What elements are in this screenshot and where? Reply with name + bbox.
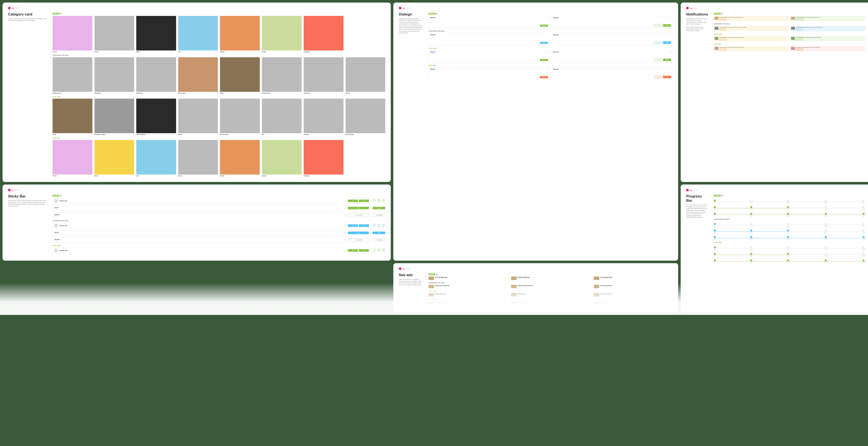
progress-step[interactable]: 1 — [714, 236, 716, 238]
category-card[interactable]: Properties — [304, 99, 343, 135]
nav-ad[interactable]: Kid Beach entertainmentArticle • Activit… — [511, 301, 590, 305]
progress-step[interactable]: 5 — [863, 223, 865, 225]
category-card[interactable]: Motors — [94, 140, 134, 176]
close-icon[interactable]: × — [671, 34, 671, 35]
progress-step[interactable]: 3 — [787, 230, 789, 232]
category-card[interactable]: Services — [178, 99, 218, 135]
category-card[interactable]: Animals — [262, 140, 302, 176]
heart-icon[interactable]: ♡ — [344, 200, 346, 202]
nav-ad[interactable]: The most popular horse…by Beth Ridge • D… — [594, 276, 673, 280]
chat-button[interactable]: Chat — [348, 200, 358, 202]
nav-ad[interactable]: Business nameArticle • Activity Holidays… — [511, 293, 590, 296]
nav-ad[interactable]: The most popular horse…by Beth Ridge • D… — [594, 301, 673, 305]
cancel-button[interactable]: Cancel — [654, 59, 662, 61]
category-card[interactable]: Horses — [53, 99, 92, 135]
progress-step[interactable]: 5 — [863, 206, 865, 208]
progress-step[interactable]: 5 — [863, 230, 865, 232]
category-card[interactable]: Animals — [262, 16, 302, 52]
category-card[interactable]: For sale — [53, 140, 92, 176]
progress-step[interactable]: 3 — [787, 200, 789, 202]
apply-button[interactable]: Apply — [373, 207, 385, 209]
category-card[interactable]: Motorhomes — [94, 57, 134, 94]
delete-button[interactable]: Delete — [663, 76, 671, 78]
category-card[interactable]: Static caravans — [178, 57, 218, 94]
choose-button[interactable]: Choose — [540, 76, 548, 78]
close-icon[interactable]: × — [547, 17, 548, 18]
call-icon[interactable]: ✆ — [382, 199, 384, 201]
close-icon[interactable]: × — [671, 51, 671, 53]
nav-ad[interactable]: Vintage campervans showcaseEvent • Activ… — [511, 285, 590, 288]
category-card[interactable]: Services — [178, 140, 218, 176]
delete-button[interactable]: Delete — [663, 24, 671, 27]
heart-icon[interactable]: ♡ — [344, 214, 346, 216]
delete-button[interactable]: Delete — [663, 59, 671, 61]
nav-ad[interactable]: The most popular horse…by Beth Ridge • D… — [594, 293, 673, 296]
close-icon[interactable]: × — [547, 68, 548, 70]
progress-step[interactable]: 1 — [714, 230, 716, 232]
promote-button[interactable]: Promote it now — [719, 18, 727, 20]
category-card[interactable]: Touring caravans — [53, 57, 92, 94]
progress-step[interactable]: 1 — [714, 223, 716, 225]
chat-button[interactable]: Chat — [348, 225, 358, 227]
category-card[interactable]: Jobs — [136, 140, 176, 176]
apply-button[interactable]: Apply — [348, 207, 369, 209]
progress-step[interactable]: 3 — [787, 246, 789, 248]
chat-icon[interactable]: ✉ — [378, 199, 380, 201]
progress-step[interactable]: 3 — [787, 253, 789, 255]
progress-step[interactable]: 1 — [714, 213, 716, 215]
progress-step[interactable]: 1 — [714, 206, 716, 208]
progress-step[interactable]: 2 — [750, 253, 752, 255]
progress-step[interactable]: 5 — [863, 236, 865, 238]
close-icon[interactable]: × — [671, 17, 671, 18]
call-button[interactable]: Call — [359, 200, 369, 202]
category-card[interactable]: Equestrian Jobs — [220, 99, 260, 135]
cancel-button[interactable]: Cancel — [654, 24, 662, 27]
category-card[interactable]: Tack & Equipment — [136, 99, 176, 135]
cancel-button[interactable]: Cancel — [654, 41, 662, 44]
category-card[interactable]: Campervans — [136, 57, 176, 94]
delete-button[interactable]: Delete — [663, 41, 671, 44]
interested-button[interactable]: ☆ I’m Interested — [348, 214, 369, 216]
progress-step[interactable]: 2 — [750, 259, 752, 262]
heart-icon[interactable]: ♡ — [344, 207, 346, 209]
category-card[interactable]: Property — [220, 140, 260, 176]
progress-step[interactable]: 5 — [863, 246, 865, 248]
promote-button[interactable]: Promote it now — [796, 18, 803, 20]
category-card[interactable]: Towing vehicles — [262, 57, 302, 94]
category-card[interactable]: Services — [346, 57, 385, 94]
progress-step[interactable]: 4 — [825, 236, 827, 238]
category-card[interactable]: Pets & Livestock — [346, 99, 385, 135]
progress-step[interactable]: 5 — [863, 213, 865, 215]
category-card[interactable]: Community — [304, 140, 343, 176]
category-card[interactable]: Lodge — [220, 57, 260, 94]
progress-step[interactable]: 4 — [825, 230, 827, 232]
interested-button[interactable]: ☆ I’m Interested — [373, 214, 385, 216]
progress-step[interactable]: 2 — [750, 223, 752, 225]
progress-step[interactable]: 5 — [863, 200, 865, 202]
progress-step[interactable]: 4 — [825, 200, 827, 202]
progress-step[interactable]: 1 — [714, 259, 716, 262]
nav-ad[interactable]: Set of toys different ages£ 840 • Lancas… — [429, 301, 507, 305]
progress-step[interactable]: 2 — [750, 246, 752, 248]
progress-step[interactable]: 4 — [825, 213, 827, 215]
cancel-button[interactable]: Cancel — [654, 76, 662, 78]
close-icon[interactable]: × — [671, 68, 671, 70]
progress-step[interactable]: 5 — [863, 253, 865, 255]
choose-button[interactable]: Choose — [540, 59, 548, 61]
progress-step[interactable]: 2 — [750, 200, 752, 202]
progress-step[interactable]: 3 — [787, 259, 789, 262]
choose-button[interactable]: Choose — [540, 42, 548, 44]
nav-ad[interactable]: Kid Beach entertainmentArticle • Activit… — [511, 276, 590, 280]
nav-ad[interactable]: Set of toys different ages£ 840 • Lancas… — [429, 276, 507, 280]
category-card[interactable]: Jobs — [178, 16, 218, 52]
progress-step[interactable]: 3 — [787, 236, 789, 238]
category-card[interactable]: 4x4s — [262, 99, 302, 135]
nav-ad[interactable]: Stunning Sport horse£ 840 • Lancashire N… — [429, 293, 507, 296]
close-icon[interactable]: × — [547, 51, 548, 53]
progress-step[interactable]: 2 — [750, 230, 752, 232]
nav-ad[interactable]: The most popular horse…by Beth Ridge • D… — [594, 285, 673, 288]
category-card[interactable]: Horseboxes & Trailers — [94, 99, 134, 135]
choose-button[interactable]: Choose — [540, 25, 548, 27]
progress-step[interactable]: 2 — [750, 213, 752, 215]
progress-step[interactable]: 1 — [714, 246, 716, 248]
